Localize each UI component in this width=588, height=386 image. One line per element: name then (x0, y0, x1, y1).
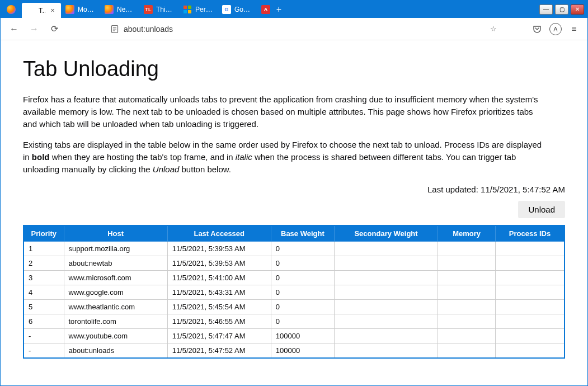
favicon-icon (105, 5, 114, 14)
cell-mem (438, 285, 496, 299)
table-row: -about:unloads11/5/2021, 5:47:52 AM10000… (23, 343, 565, 358)
cell-pids (495, 270, 565, 285)
cell-host: www.youtube.com (64, 328, 167, 343)
pocket-icon[interactable] (529, 21, 545, 37)
table-row: -www.youtube.com11/5/2021, 5:47:47 AM100… (23, 328, 565, 343)
table-row: 2about:newtab11/5/2021, 5:39:53 AM0 (23, 256, 565, 270)
cell-sec (334, 270, 438, 285)
th-base-weight: Base Weight (271, 225, 334, 242)
page-content: Tab Unloading Firefox has a feature that… (1, 40, 587, 385)
cell-host: www.theatlantic.com (64, 299, 167, 314)
cell-host: about:unloads (64, 343, 167, 358)
address-bar[interactable]: about:unloads ☆ (105, 21, 504, 37)
cell-sec (334, 241, 438, 256)
cell-mem (438, 299, 496, 314)
cell-priority: 3 (23, 270, 64, 285)
cell-mem (438, 241, 496, 256)
tab-6[interactable]: AWhat Is A… (257, 1, 271, 18)
tab-4[interactable]: Personal (178, 1, 218, 18)
tab-3[interactable]: TLThis man… (139, 1, 178, 18)
tab-label: New Tab (117, 6, 135, 13)
tab-label: Google (234, 6, 252, 13)
new-tab-button[interactable]: + (271, 1, 287, 18)
cell-base: 0 (271, 314, 334, 328)
titlebar: Tab Unloading×Mozilla SupportNew TabTLTh… (1, 1, 587, 18)
cell-host: www.microsoft.com (64, 270, 167, 285)
cell-base: 0 (271, 299, 334, 314)
page-info-icon[interactable] (110, 25, 119, 34)
cell-base: 0 (271, 270, 334, 285)
cell-priority: 5 (23, 299, 64, 314)
cell-sec (334, 256, 438, 270)
svg-rect-0 (184, 6, 187, 9)
cell-priority: - (23, 343, 64, 358)
update-row: Last updated: 11/5/2021, 5:47:52 AM Unlo… (23, 185, 565, 218)
cell-host: about:newtab (64, 256, 167, 270)
cell-sec (334, 299, 438, 314)
cell-pids (495, 328, 565, 343)
cell-pids (495, 285, 565, 299)
cell-mem (438, 314, 496, 328)
cell-accessed: 11/5/2021, 5:43:31 AM (167, 285, 271, 299)
tab-label: This man… (156, 6, 174, 13)
table-row: 3www.microsoft.com11/5/2021, 5:41:00 AM0 (23, 270, 565, 285)
th-host: Host (64, 225, 167, 242)
firefox-icon (7, 5, 16, 14)
cell-priority: - (23, 328, 64, 343)
tab-2[interactable]: New Tab (100, 1, 139, 18)
maximize-button[interactable]: ▢ (555, 4, 568, 15)
close-tab-icon[interactable]: × (49, 7, 57, 15)
cell-priority: 4 (23, 285, 64, 299)
intro-paragraph-1: Firefox has a feature that automatically… (23, 93, 549, 130)
unload-button[interactable]: Unload (518, 201, 565, 218)
cell-host: support.mozilla.org (64, 241, 167, 256)
forward-button[interactable]: → (26, 21, 42, 37)
tab-5[interactable]: GGoogle (218, 1, 257, 18)
favicon-icon (183, 5, 192, 14)
firefox-logo-icon (1, 1, 22, 18)
cell-base: 100000 (271, 328, 334, 343)
close-window-button[interactable]: ✕ (571, 4, 584, 15)
cell-pids (495, 256, 565, 270)
svg-rect-3 (188, 10, 191, 13)
table-row: 1support.mozilla.org11/5/2021, 5:39:53 A… (23, 241, 565, 256)
app-menu-icon[interactable]: ≡ (566, 21, 582, 37)
svg-rect-1 (188, 6, 191, 9)
favicon-icon (26, 6, 35, 15)
cell-pids (495, 299, 565, 314)
cell-accessed: 11/5/2021, 5:47:47 AM (167, 328, 271, 343)
last-updated-text: Last updated: 11/5/2021, 5:47:52 AM (427, 185, 565, 194)
url-text[interactable]: about:unloads (124, 25, 484, 34)
tab-label: Mozilla Support (78, 6, 96, 13)
cell-accessed: 11/5/2021, 5:45:54 AM (167, 299, 271, 314)
cell-accessed: 11/5/2021, 5:46:55 AM (167, 314, 271, 328)
table-row: 5www.theatlantic.com11/5/2021, 5:45:54 A… (23, 299, 565, 314)
table-header-row: Priority Host Last Accessed Base Weight … (23, 225, 565, 242)
cell-sec (334, 328, 438, 343)
tab-strip: Tab Unloading×Mozilla SupportNew TabTLTh… (22, 1, 271, 18)
reload-button[interactable]: ⟳ (46, 21, 62, 37)
th-last-accessed: Last Accessed (167, 225, 271, 242)
tab-0[interactable]: Tab Unloading× (22, 3, 61, 18)
cell-host: torontolife.com (64, 314, 167, 328)
cell-sec (334, 285, 438, 299)
navigation-toolbar: ← → ⟳ about:unloads ☆ A ≡ (1, 18, 587, 40)
cell-base: 0 (271, 241, 334, 256)
th-priority: Priority (23, 225, 64, 242)
back-button[interactable]: ← (6, 21, 22, 37)
cell-priority: 2 (23, 256, 64, 270)
table-row: 6torontolife.com11/5/2021, 5:46:55 AM0 (23, 314, 565, 328)
cell-accessed: 11/5/2021, 5:47:52 AM (167, 343, 271, 358)
cell-mem (438, 270, 496, 285)
window-controls: — ▢ ✕ (536, 1, 587, 18)
svg-rect-2 (184, 10, 187, 13)
account-icon[interactable]: A (549, 23, 562, 35)
bookmark-star-icon[interactable]: ☆ (489, 25, 498, 34)
tab-1[interactable]: Mozilla Support (61, 1, 100, 18)
favicon-icon: G (222, 5, 231, 14)
minimize-button[interactable]: — (539, 4, 553, 15)
table-row: 4www.google.com11/5/2021, 5:43:31 AM0 (23, 285, 565, 299)
cell-base: 0 (271, 256, 334, 270)
tabs-table: Priority Host Last Accessed Base Weight … (23, 225, 565, 359)
page-title: Tab Unloading (23, 57, 565, 81)
